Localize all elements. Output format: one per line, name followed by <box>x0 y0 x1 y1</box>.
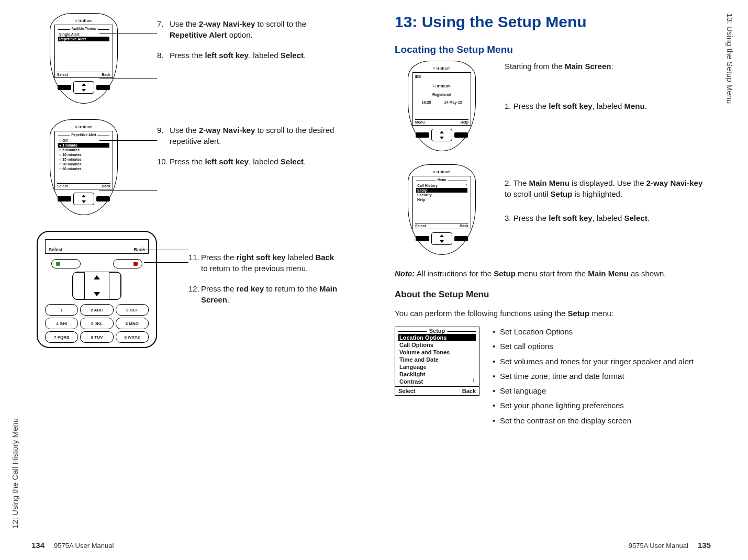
registered-label: Registered <box>415 93 468 96</box>
navi-key-icon <box>73 81 94 94</box>
menu-item-call-history: Call History <box>416 183 467 188</box>
scroll-down-icon: ↓ <box>472 376 475 384</box>
key-8: 8 TUV <box>80 331 113 343</box>
keypad-digits: 1 2 ABC 3 DEF 4 GHI 5 JKL 6 MNO 7 PQRS 8… <box>45 304 149 343</box>
key-9: 9 WXYZ <box>116 331 149 343</box>
section-about: About the Setup Menu <box>395 289 706 300</box>
bullet-location: Set Location Options <box>493 327 706 337</box>
softkey-back: Back <box>102 73 110 76</box>
page-134: 12: Using the Call History Menu iridium … <box>0 0 374 560</box>
bullet-time: Set time zone, time and date format <box>493 371 706 382</box>
opt-60min: 60 minutes <box>58 166 109 171</box>
menu-item-help: Help <box>416 197 467 202</box>
step-8: 8. Press the left soft key, labeled Sele… <box>157 50 342 61</box>
softkey-back: Back <box>133 247 145 252</box>
item-time-date: Time and Date <box>398 356 476 363</box>
left-soft-key-icon <box>416 236 429 241</box>
item-contrast: Contrast <box>398 378 476 385</box>
left-soft-key-icon <box>58 196 71 201</box>
right-soft-key-icon <box>96 85 110 90</box>
bullet-call: Set call options <box>493 341 706 352</box>
setup-menu-box: Setup Location Options Call Options Volu… <box>395 327 479 396</box>
page-135: 13: Using the Setup Menu 13: Using the S… <box>374 0 747 560</box>
chapter-title: 13: Using the Setup Menu <box>395 13 706 31</box>
opt-15min: 15 minutes <box>58 157 109 162</box>
scroll-up-icon: ↑ <box>465 183 467 187</box>
item-location-options: Location Options <box>398 334 476 341</box>
item-backlight: Backlight <box>398 371 476 378</box>
bullet-lighting: Set your phone lighting preferences <box>493 400 706 411</box>
note: Note: All instructions for the Setup men… <box>395 268 706 279</box>
softkey-help: Help <box>461 120 468 124</box>
navi-key-icon <box>73 193 94 205</box>
softkey-select: Select <box>57 73 68 76</box>
left-soft-key-icon <box>58 85 71 90</box>
step-10: 10. Press the left soft key, labeled Sel… <box>157 156 342 167</box>
softkey-select: Select <box>49 247 63 252</box>
opt-10min: 10 minutes <box>58 152 109 157</box>
softkey-menu: Menu <box>415 120 425 124</box>
softkey-select: Select <box>398 388 415 394</box>
setup-title: Setup <box>427 328 448 334</box>
callout-line <box>99 79 157 79</box>
key-6: 6 MNO <box>116 318 149 329</box>
bullet-language: Set language <box>493 386 706 396</box>
key-2: 2 ABC <box>80 304 113 316</box>
right-soft-key-icon <box>96 196 110 201</box>
setup-functions-list: Set Location Options Set call options Se… <box>493 327 706 430</box>
brand-label: iridium <box>54 19 113 23</box>
brand-label: iridium <box>54 125 113 129</box>
footer-text: 9575A User Manual <box>54 542 114 550</box>
menu-item-setup: Setup <box>416 188 467 193</box>
starting-text: Starting from the Main Screen: <box>505 61 706 72</box>
navi-key-big-icon <box>73 272 121 300</box>
right-soft-key-icon <box>454 236 468 241</box>
about-intro: You can perform the following functions … <box>395 308 706 319</box>
callout-line <box>99 140 157 141</box>
left-soft-key-icon <box>416 132 429 138</box>
phone-repetitive-alert: iridium Repetitive Alert Off 1 minute 5 … <box>50 119 118 215</box>
softkey-back: Back <box>462 388 476 394</box>
step-1: 1. Press the left soft key, labeled Menu… <box>505 100 706 111</box>
callout-line <box>144 262 188 263</box>
footer-right: 9575A User Manual 135 <box>629 541 711 550</box>
phone-audible-timers: iridium Audible Timers Single Alert Repe… <box>50 13 118 104</box>
step-2: 2. The Main Menu is displayed. Use the 2… <box>505 177 706 199</box>
side-tab-left: 12: Using the Call History Menu <box>10 418 19 529</box>
bullet-contrast: Set the contrast on the display screen <box>493 416 706 426</box>
phone-menu: iridium Menu ↑ Call History Setup Securi… <box>408 164 476 255</box>
key-3: 3 DEF <box>116 304 149 316</box>
key-5: 5 JKL <box>80 318 113 329</box>
softkey-select: Select <box>415 224 426 228</box>
keypad-closeup: Select Back 1 2 ABC 3 DEF 4 GHI 5 JKL <box>37 231 157 348</box>
key-7: 7 PQRS <box>45 331 78 343</box>
screen-main: ▮▯▯ ∷ iridium Registered 16:28 14-May-13… <box>412 72 471 126</box>
section-locating: Locating the Setup Menu <box>395 44 706 55</box>
row-menu: iridium Menu ↑ Call History Setup Securi… <box>395 164 706 255</box>
item-language: Language <box>398 363 476 371</box>
softkey-back: Back <box>460 224 468 228</box>
callout-line <box>99 33 157 33</box>
key-1: 1 <box>45 304 78 316</box>
bullet-volumes: Set volumes and tones for your ringer sp… <box>493 356 706 367</box>
screen-repetitive-alert: Repetitive Alert Off 1 minute 5 minutes … <box>54 131 113 189</box>
mini-screen: Select Back <box>45 239 149 254</box>
softkey-back: Back <box>102 184 110 188</box>
page-number: 134 <box>31 541 44 550</box>
opt-5min: 5 minutes <box>58 148 109 152</box>
screen-menu: Menu ↑ Call History Setup Security Help … <box>412 176 471 229</box>
footer-text: 9575A User Manual <box>629 542 688 550</box>
step-9: 9. Use the 2-way Navi-key to scroll to t… <box>157 125 342 147</box>
item-call-options: Call Options <box>398 341 476 349</box>
callout-line <box>99 190 157 191</box>
softkey-select: Select <box>57 184 68 188</box>
right-soft-key-icon <box>454 132 468 138</box>
setup-functions-row: Setup Location Options Call Options Volu… <box>395 327 706 430</box>
navi-key-icon <box>431 129 452 141</box>
callout-line <box>144 250 188 250</box>
menu-item-security: Security <box>416 193 467 197</box>
opt-1min: 1 minute <box>58 143 109 148</box>
opt-30min: 30 minutes <box>58 162 109 166</box>
brand-label: iridium <box>412 66 471 71</box>
red-key-icon <box>113 259 142 268</box>
